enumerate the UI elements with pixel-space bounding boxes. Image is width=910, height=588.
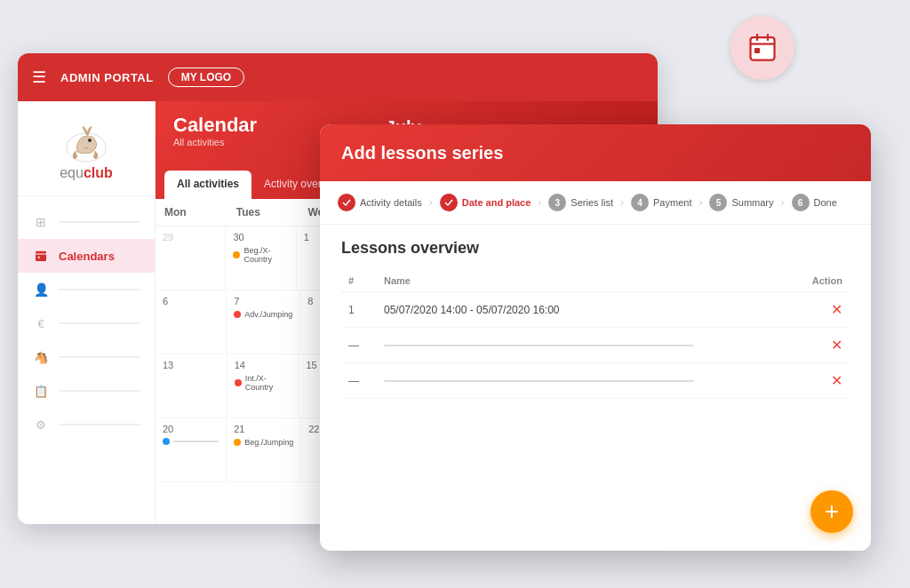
- svg-rect-6: [36, 251, 46, 261]
- step-date-place[interactable]: Date and place: [440, 194, 531, 211]
- col-header-name: Name: [384, 275, 771, 286]
- contacts-icon: 👤: [32, 281, 50, 298]
- tab-all-activities[interactable]: All activities: [164, 171, 251, 199]
- day-header-mon: Mon: [156, 199, 228, 226]
- horses-icon: 🐴: [32, 348, 50, 366]
- reports-icon: 📋: [32, 382, 50, 400]
- delete-row-3-button[interactable]: ✕: [831, 372, 842, 389]
- admin-portal-label: ADMIN PORTAL: [60, 71, 154, 84]
- day-header-tue: Tues: [228, 199, 299, 226]
- step-payment[interactable]: 4 Payment: [631, 194, 691, 211]
- cell-7[interactable]: 7 Adv./Jumping: [227, 290, 300, 354]
- step-circle-4: 4: [631, 194, 649, 211]
- cell-30[interactable]: 30 Beg./X-Country: [226, 226, 296, 290]
- nav-line-horses: [59, 356, 140, 358]
- sidebar-item-dashboard[interactable]: ⊞: [18, 205, 155, 239]
- modal-body: Lessons overview # Name Action 1 05/07/2…: [320, 225, 871, 413]
- modal-steps: Activity details › Date and place › 3 Se…: [320, 181, 871, 225]
- step-sep-3: ›: [620, 196, 624, 209]
- svg-point-5: [88, 139, 92, 142]
- step-label-4: Payment: [653, 197, 691, 208]
- delete-row-1-button[interactable]: ✕: [831, 301, 842, 318]
- sidebar: equclub ⊞ Calendars 👤 €: [18, 101, 156, 524]
- calendar-svg-icon: [746, 32, 778, 64]
- event-beg-jumping: Beg./Jumping: [234, 438, 293, 447]
- delete-row-2-button[interactable]: ✕: [831, 337, 842, 354]
- sidebar-item-finance[interactable]: €: [18, 306, 155, 340]
- step-circle-1: [338, 194, 355, 211]
- nav-line-contacts: [59, 289, 140, 290]
- step-sep-1: ›: [429, 196, 433, 209]
- step-done[interactable]: 6 Done: [792, 194, 837, 211]
- step-sep-5: ›: [781, 196, 785, 209]
- step-circle-2: [440, 194, 458, 211]
- nav-line-dashboard: [59, 221, 140, 223]
- sidebar-item-contacts[interactable]: 👤: [18, 273, 155, 306]
- sidebar-item-horses[interactable]: 🐴: [18, 340, 155, 374]
- event-dot-orange-21: [234, 439, 241, 446]
- sidebar-item-settings[interactable]: ⚙: [18, 408, 155, 441]
- row-2-num: —: [348, 339, 384, 352]
- event-dot-orange: [233, 251, 240, 258]
- top-bar: ☰ ADMIN PORTAL MY LOGO: [18, 53, 658, 101]
- row-3-line: [384, 380, 771, 382]
- sidebar-item-calendars[interactable]: Calendars: [18, 239, 155, 273]
- row-3-action: ✕: [771, 372, 842, 389]
- step-sep-2: ›: [538, 196, 541, 209]
- cell-13[interactable]: 13: [156, 354, 228, 417]
- modal-title: Add lessons series: [341, 143, 503, 163]
- modal-header: Add lessons series: [320, 124, 871, 181]
- svg-rect-1: [754, 48, 760, 53]
- add-lessons-modal: Add lessons series Activity details › Da…: [320, 124, 871, 551]
- cell-6[interactable]: 6: [156, 290, 227, 354]
- step-circle-3: 3: [548, 194, 566, 211]
- step-label-3: Series list: [571, 197, 613, 208]
- cell-14[interactable]: 14 Int./X-Country: [228, 354, 299, 417]
- step-label-1: Activity details: [360, 197, 422, 208]
- nav-items: ⊞ Calendars 👤 € 🐴: [18, 205, 155, 441]
- row-2-action: ✕: [771, 337, 842, 354]
- cell-29[interactable]: 29: [156, 226, 226, 290]
- step-circle-5: 5: [709, 194, 727, 211]
- add-lesson-fab-button[interactable]: +: [810, 490, 853, 533]
- event-blue-20: [163, 438, 219, 445]
- sidebar-item-reports[interactable]: 📋: [18, 374, 155, 408]
- row-2-line: [384, 345, 771, 346]
- event-dot-blue-20: [163, 438, 170, 445]
- lessons-overview-title: Lessons overview: [341, 239, 850, 258]
- step-series-list[interactable]: 3 Series list: [548, 194, 613, 211]
- svg-rect-0: [751, 37, 775, 60]
- step-label-6: Done: [814, 197, 837, 208]
- row-1-num: 1: [348, 304, 384, 316]
- row-1-action: ✕: [771, 301, 842, 318]
- floating-calendar-icon: [730, 16, 794, 80]
- event-dot-red-2: [234, 311, 241, 318]
- nav-line-settings: [59, 424, 140, 425]
- fab-plus-icon: +: [825, 497, 839, 526]
- event-dot-red-3: [235, 379, 242, 386]
- event-int-xcountry: Int./X-Country: [235, 374, 291, 392]
- hamburger-icon[interactable]: ☰: [32, 68, 46, 87]
- event-adv-jumping: Adv./Jumping: [234, 310, 292, 319]
- col-header-num: #: [348, 275, 384, 286]
- step-sep-4: ›: [698, 196, 702, 209]
- table-row: — ✕: [341, 328, 850, 363]
- nav-line-reports: [59, 390, 140, 392]
- step-circle-6: 6: [792, 194, 810, 211]
- step-activity-details[interactable]: Activity details: [338, 194, 422, 211]
- lessons-table: # Name Action 1 05/07/2020 14:00 - 05/07…: [341, 270, 850, 399]
- table-row: 1 05/07/2020 14:00 - 05/07/2020 16:00 ✕: [341, 292, 850, 328]
- step-label-2: Date and place: [462, 197, 531, 208]
- col-header-action: Action: [771, 275, 842, 286]
- dashboard-icon: ⊞: [32, 213, 50, 231]
- calendar-nav-icon: [32, 247, 50, 265]
- logo-text: equclub: [60, 165, 113, 181]
- step-label-5: Summary: [731, 197, 773, 208]
- cell-20[interactable]: 20: [156, 418, 227, 481]
- calendars-label: Calendars: [59, 250, 115, 263]
- my-logo-button[interactable]: MY LOGO: [168, 68, 244, 87]
- step-summary[interactable]: 5 Summary: [709, 194, 773, 211]
- settings-icon: ⚙: [32, 416, 50, 433]
- finance-icon: €: [32, 314, 50, 332]
- cell-21[interactable]: 21 Beg./Jumping: [227, 418, 301, 481]
